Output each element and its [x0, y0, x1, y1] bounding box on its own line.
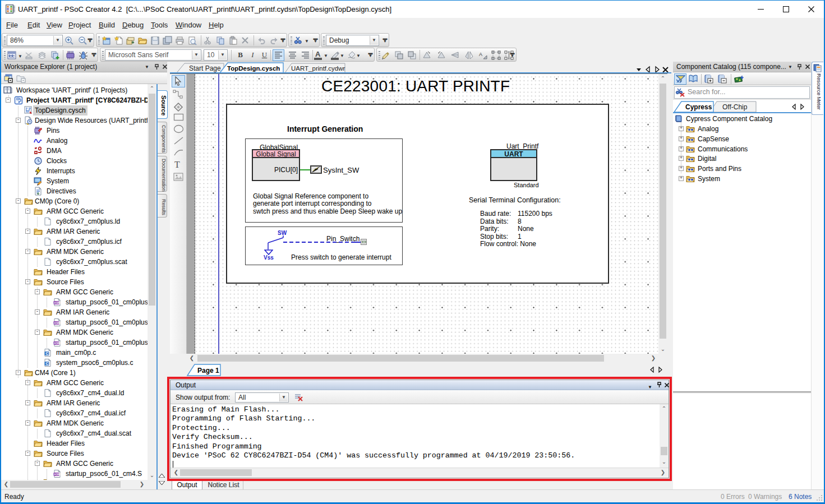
svg-text:Start Page: Start Page	[189, 64, 221, 72]
svg-text:ASM: ASM	[54, 301, 60, 304]
svg-text:TopDesign.cysch: TopDesign.cysch	[227, 65, 280, 72]
svg-text:ASM: ASM	[54, 321, 60, 325]
svg-text:A: A	[479, 52, 482, 57]
svg-text:ASM: ASM	[54, 341, 60, 345]
svg-text:0010: 0010	[67, 50, 73, 54]
svg-text:UART_printf.cydwr: UART_printf.cydwr	[291, 65, 345, 72]
svg-text:ASM: ASM	[54, 473, 60, 476]
svg-text:C: C	[46, 362, 49, 366]
svg-text:Page 1: Page 1	[197, 367, 219, 374]
svg-text:Off-Chip: Off-Chip	[722, 103, 748, 111]
svg-text:Cypress: Cypress	[685, 103, 712, 111]
svg-text:C: C	[46, 352, 49, 355]
